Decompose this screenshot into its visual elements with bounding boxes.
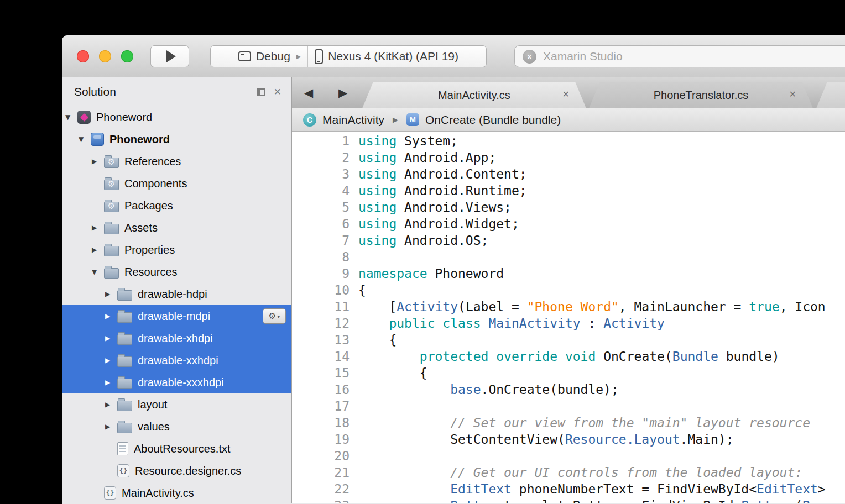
tab-strip: MainActivity.cs✕PhoneTranslator.cs✕ — [362, 82, 813, 108]
code-line-9: 9namespace Phoneword — [292, 265, 845, 282]
navigate-forward-button[interactable]: ▶ — [338, 86, 347, 100]
device-selector[interactable]: Nexus 4 (KitKat) (API 19) — [308, 46, 465, 67]
line-number: 15 — [292, 365, 350, 381]
screen: Debug ▶ Nexus 4 (KitKat) (API 19) x Xama… — [0, 0, 845, 504]
code-text: using Android.Runtime; — [358, 182, 527, 199]
configuration-selector[interactable]: Debug ▶ — [232, 46, 307, 67]
code-text: protected override void OnCreate(Bundle … — [358, 348, 780, 365]
tree-item-assets[interactable]: ▶Assets — [62, 217, 291, 239]
main-content: Solution ✕ ▼Phoneword▼Phoneword▶⚙Referen… — [62, 77, 845, 503]
tree-item-mainactivity-cs[interactable]: {}MainActivity.cs — [62, 482, 291, 503]
tree-item-aboutresources-txt[interactable]: AboutResources.txt — [62, 438, 291, 460]
file-cs-icon: {} — [117, 464, 129, 477]
code-text: using System; — [358, 133, 458, 149]
code-line-12: 12 public class MainActivity : Activity — [292, 315, 845, 332]
tree-item-drawable-xxhdpi[interactable]: ▶drawable-xxhdpi — [62, 349, 291, 371]
folder-icon — [117, 356, 132, 367]
tree-item-layout[interactable]: ▶layout — [62, 393, 291, 416]
expander-icon[interactable]: ▶ — [92, 246, 104, 254]
expander-icon[interactable]: ▼ — [92, 268, 104, 276]
tree-item-drawable-hdpi[interactable]: ▶drawable-hdpi — [62, 283, 291, 305]
breadcrumb-member[interactable]: OnCreate (Bundle bundle) — [425, 113, 561, 127]
expander-icon[interactable]: ▶ — [105, 401, 117, 408]
line-number: 10 — [292, 282, 350, 298]
dock-pad-icon[interactable] — [257, 88, 265, 96]
folder-icon — [117, 290, 132, 301]
run-button[interactable] — [150, 45, 189, 67]
close-window-button[interactable] — [77, 50, 89, 62]
code-text: SetContentView(Resource.Layout.Main); — [358, 431, 734, 448]
line-number: 5 — [292, 199, 350, 216]
tree-item-phoneword[interactable]: ▼Phoneword — [62, 106, 291, 128]
breadcrumb-class[interactable]: MainActivity — [322, 113, 384, 127]
code-line-11: 11 [Activity(Label = "Phone Word", MainL… — [292, 298, 845, 315]
line-number: 23 — [292, 497, 350, 503]
line-number: 14 — [292, 348, 350, 365]
expander-icon[interactable]: ▶ — [105, 379, 117, 386]
solution-tree: ▼Phoneword▼Phoneword▶⚙References⚙Compone… — [62, 106, 291, 503]
search-field[interactable]: x Xamarin Studio — [514, 45, 845, 67]
tree-item-components[interactable]: ⚙Components — [62, 172, 291, 195]
tab-label: PhoneTranslator.cs — [654, 89, 749, 102]
code-line-5: 5using Android.Views; — [292, 199, 845, 216]
navigate-back-button[interactable]: ◀ — [304, 86, 313, 100]
line-number: 3 — [292, 166, 350, 182]
expander-icon[interactable]: ▶ — [92, 158, 104, 165]
chevron-right-icon: ▶ — [390, 116, 400, 124]
tree-item-label: Resources — [124, 266, 178, 279]
zoom-window-button[interactable] — [121, 50, 133, 62]
tree-item-packages[interactable]: ⚙Packages — [62, 195, 291, 217]
xamarin-logo-icon: x — [523, 50, 536, 64]
code-line-1: 1using System; — [292, 133, 845, 149]
expander-icon[interactable]: ▼ — [65, 113, 77, 121]
folder-icon — [104, 246, 119, 256]
tree-item-references[interactable]: ▶⚙References — [62, 150, 291, 172]
row-gear-button[interactable]: ⚙▾ — [263, 308, 286, 324]
code-line-16: 16 base.OnCreate(bundle); — [292, 381, 845, 398]
tab-mainactivity-cs[interactable]: MainActivity.cs✕ — [362, 82, 586, 108]
folder-icon — [117, 312, 132, 323]
tree-item-phoneword[interactable]: ▼Phoneword — [62, 128, 291, 150]
code-editor[interactable]: 1using System;2using Android.App;3using … — [292, 132, 845, 503]
close-tab-icon[interactable]: ✕ — [789, 89, 796, 99]
file-text-icon — [117, 442, 128, 455]
tree-item-values[interactable]: ▶values — [62, 416, 291, 438]
folder-gear-icon: ⚙ — [104, 180, 119, 190]
expander-icon[interactable]: ▶ — [105, 290, 117, 298]
expander-icon[interactable]: ▶ — [105, 423, 117, 431]
breadcrumb: C MainActivity ▶ M OnCreate (Bundle bund… — [292, 108, 845, 132]
tree-item-label: References — [124, 155, 181, 168]
folder-gear-icon: ⚙ — [104, 158, 119, 168]
tree-item-resource-designer-cs[interactable]: {}Resource.designer.cs — [62, 460, 291, 482]
tree-item-properties[interactable]: ▶Properties — [62, 239, 291, 261]
code-line-4: 4using Android.Runtime; — [292, 182, 845, 199]
tree-item-drawable-mdpi[interactable]: ▶drawable-mdpi⚙▾ — [62, 305, 291, 327]
close-pad-icon[interactable]: ✕ — [274, 87, 281, 97]
code-text: public class MainActivity : Activity — [358, 315, 665, 332]
expander-icon[interactable]: ▶ — [105, 312, 117, 320]
search-placeholder: Xamarin Studio — [543, 50, 623, 63]
code-line-2: 2using Android.App; — [292, 149, 845, 166]
expander-icon[interactable]: ▶ — [105, 356, 117, 364]
minimize-window-button[interactable] — [99, 50, 111, 62]
tree-item-resources[interactable]: ▼Resources — [62, 261, 291, 283]
solution-pad: Solution ✕ ▼Phoneword▼Phoneword▶⚙Referen… — [62, 77, 292, 503]
device-label: Nexus 4 (KitKat) (API 19) — [328, 50, 458, 63]
expander-icon[interactable]: ▶ — [92, 224, 104, 232]
line-number: 17 — [292, 398, 350, 414]
expander-icon[interactable]: ▶ — [105, 334, 117, 342]
code-text: // Set our view from the "main" layout r… — [358, 414, 810, 431]
folder-icon — [117, 423, 132, 433]
code-line-13: 13 { — [292, 332, 845, 348]
tree-item-label: drawable-xhdpi — [138, 332, 213, 345]
tree-item-drawable-xhdpi[interactable]: ▶drawable-xhdpi — [62, 327, 291, 349]
traffic-lights — [77, 50, 133, 62]
tree-item-label: Phoneword — [96, 111, 152, 124]
tab-phonetranslator-cs[interactable]: PhoneTranslator.cs✕ — [589, 82, 813, 108]
close-tab-icon[interactable]: ✕ — [562, 89, 570, 99]
tree-item-drawable-xxxhdpi[interactable]: ▶drawable-xxxhdpi — [62, 371, 291, 393]
solution-pad-title: Solution — [74, 85, 257, 98]
expander-icon[interactable]: ▼ — [79, 135, 91, 143]
toolbar: Debug ▶ Nexus 4 (KitKat) (API 19) x Xama… — [62, 35, 845, 77]
code-text: base.OnCreate(bundle); — [358, 381, 619, 398]
